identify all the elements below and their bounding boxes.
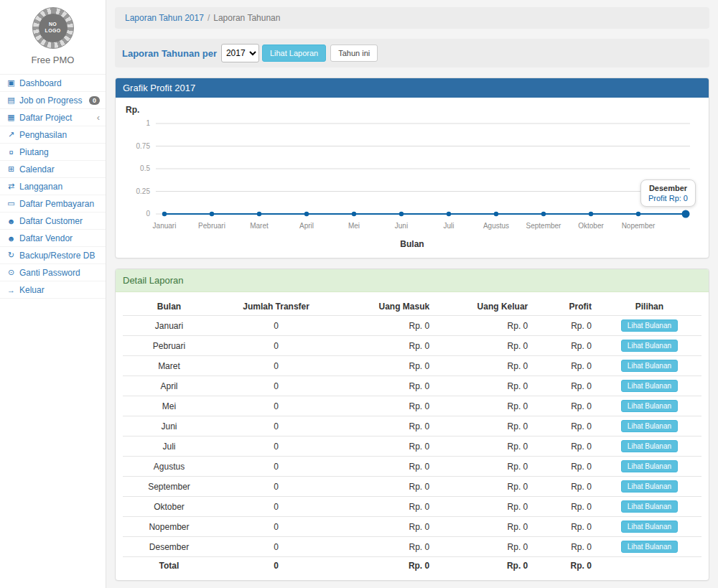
svg-text:Pebruari: Pebruari	[198, 222, 225, 230]
money-icon: ¤	[6, 148, 17, 157]
lihat-bulanan-button[interactable]: Lihat Bulanan	[621, 521, 678, 533]
detail-laporan-panel: Detail Laporan BulanJumlah TransferUang …	[115, 269, 709, 581]
svg-text:Nopember: Nopember	[622, 222, 656, 230]
sidebar-item-daftar-vendor[interactable]: ☻Daftar Vendor	[0, 230, 106, 247]
detail-table-body: Januari0Rp. 0Rp. 0Rp. 0Lihat BulananPebr…	[123, 316, 701, 557]
users-icon: ☻	[6, 217, 17, 225]
sidebar-item-daftar-pembayaran[interactable]: ▭Daftar Pembayaran	[0, 195, 106, 213]
sidebar-item-job-on-progress[interactable]: ▤Job on Progress0	[0, 92, 106, 109]
line-chart-canvas: 00.250.50.751JanuariPebruariMaretAprilMe…	[123, 115, 701, 237]
svg-text:Mei: Mei	[348, 222, 360, 230]
svg-text:September: September	[526, 222, 562, 230]
tasks-icon: ▤	[6, 95, 17, 105]
sidebar-item-daftar-project[interactable]: ▦Daftar Project‹	[0, 109, 106, 126]
line-chart-icon: ↗	[6, 130, 17, 139]
lock-icon: ⊙	[6, 268, 17, 277]
total-profit: Rp. 0	[533, 557, 597, 575]
year-select[interactable]: 2017	[221, 44, 259, 62]
count-badge: 0	[89, 96, 100, 105]
sidebar-item-label: Job on Progress	[19, 95, 82, 106]
lihat-bulanan-button[interactable]: Lihat Bulanan	[621, 480, 678, 493]
total-uang-keluar: Rp. 0	[435, 557, 533, 575]
tooltip-value: Profit Rp: 0	[648, 194, 688, 202]
total-uang-masuk: Rp. 0	[337, 557, 435, 575]
svg-text:Juli: Juli	[443, 222, 454, 230]
sidebar-item-daftar-customer[interactable]: ☻Daftar Customer	[0, 213, 106, 230]
sidebar-item-label: Langganan	[19, 182, 62, 192]
lihat-bulanan-button[interactable]: Lihat Bulanan	[621, 440, 678, 452]
table-icon: ▦	[6, 113, 17, 122]
chart-panel-title: Grafik Profit 2017	[116, 78, 709, 98]
sidebar-item-label: Calendar	[19, 164, 55, 174]
table-row: Pebruari0Rp. 0Rp. 0Rp. 0Lihat Bulanan	[123, 336, 701, 356]
exchange-icon: ⇄	[6, 182, 17, 191]
logo: NO LOGO	[0, 0, 106, 49]
sidebar: NO LOGO Free PMO ▣Dashboard▤Job on Progr…	[0, 0, 106, 588]
no-logo-stamp-icon: NO LOGO	[32, 7, 74, 49]
column-header: Pilihan	[597, 298, 701, 316]
table-row: Oktober0Rp. 0Rp. 0Rp. 0Lihat Bulanan	[123, 497, 701, 517]
table-row: Desember0Rp. 0Rp. 0Rp. 0Lihat Bulanan	[123, 537, 701, 557]
table-row: Januari0Rp. 0Rp. 0Rp. 0Lihat Bulanan	[123, 316, 701, 336]
sidebar-item-langganan[interactable]: ⇄Langganan	[0, 178, 106, 195]
breadcrumb-separator: /	[208, 13, 210, 23]
logo-text: NO LOGO	[45, 22, 62, 34]
sidebar-item-keluar[interactable]: →Keluar	[0, 281, 106, 299]
sidebar-item-penghasilan[interactable]: ↗Penghasilan	[0, 126, 106, 144]
column-header: Bulan	[123, 298, 215, 316]
lihat-bulanan-button[interactable]: Lihat Bulanan	[621, 500, 678, 513]
lihat-bulanan-button[interactable]: Lihat Bulanan	[621, 541, 678, 553]
detail-table: BulanJumlah TransferUang MasukUang Kelua…	[123, 298, 701, 574]
sidebar-item-label: Daftar Pembayaran	[19, 199, 94, 209]
sidebar-item-label: Piutang	[19, 147, 49, 157]
svg-text:0.75: 0.75	[136, 142, 151, 150]
column-header: Jumlah Transfer	[215, 298, 337, 316]
svg-text:1: 1	[146, 119, 150, 127]
lihat-bulanan-button[interactable]: Lihat Bulanan	[621, 360, 678, 372]
lihat-bulanan-button[interactable]: Lihat Bulanan	[621, 400, 678, 412]
table-row: Juni0Rp. 0Rp. 0Rp. 0Lihat Bulanan	[123, 416, 701, 437]
lihat-bulanan-button[interactable]: Lihat Bulanan	[621, 319, 678, 332]
sidebar-item-label: Dashboard	[19, 78, 62, 88]
sidebar-item-ganti-password[interactable]: ⊙Ganti Password	[0, 264, 106, 281]
sign-out-icon: →	[6, 286, 17, 294]
svg-text:Januari: Januari	[153, 222, 177, 230]
svg-text:Oktober: Oktober	[578, 222, 604, 230]
table-row: Juli0Rp. 0Rp. 0Rp. 0Lihat Bulanan	[123, 437, 701, 457]
svg-text:April: April	[299, 222, 314, 230]
filter-label: Laporan Tahunan per	[122, 48, 217, 59]
lihat-laporan-button[interactable]: Lihat Laporan	[262, 45, 326, 62]
brand-name: Free PMO	[0, 49, 106, 74]
table-row: Mei0Rp. 0Rp. 0Rp. 0Lihat Bulanan	[123, 396, 701, 416]
lihat-bulanan-button[interactable]: Lihat Bulanan	[621, 340, 678, 352]
lihat-bulanan-button[interactable]: Lihat Bulanan	[621, 460, 678, 472]
sidebar-item-label: Penghasilan	[19, 130, 67, 140]
total-row: Total 0 Rp. 0 Rp. 0 Rp. 0	[123, 557, 701, 575]
lihat-bulanan-button[interactable]: Lihat Bulanan	[621, 380, 678, 392]
sidebar-item-dashboard[interactable]: ▣Dashboard	[0, 75, 106, 92]
calendar-icon: ⊞	[6, 164, 17, 174]
profit-chart: Rp. 00.250.50.751JanuariPebruariMaretApr…	[116, 98, 709, 258]
breadcrumb: Laporan Tahun 2017/Laporan Tahunan	[115, 7, 709, 29]
column-header: Uang Masuk	[337, 298, 435, 316]
sidebar-menu: ▣Dashboard▤Job on Progress0▦Daftar Proje…	[0, 74, 106, 299]
table-row: Agustus0Rp. 0Rp. 0Rp. 0Lihat Bulanan	[123, 457, 701, 477]
lihat-bulanan-button[interactable]: Lihat Bulanan	[621, 420, 678, 432]
sidebar-item-piutang[interactable]: ¤Piutang	[0, 144, 106, 161]
breadcrumb-current: Laporan Tahunan	[213, 13, 280, 23]
x-axis-title: Bulan	[123, 239, 701, 249]
sidebar-item-label: Daftar Customer	[19, 216, 83, 226]
detail-panel-title: Detail Laporan	[116, 269, 709, 292]
svg-text:0: 0	[146, 210, 150, 218]
svg-text:0.25: 0.25	[136, 187, 151, 195]
sidebar-item-calendar[interactable]: ⊞Calendar	[0, 161, 106, 178]
tahun-ini-button[interactable]: Tahun ini	[330, 45, 378, 62]
sidebar-item-label: Ganti Password	[19, 268, 80, 278]
dashboard-icon: ▣	[6, 78, 17, 88]
svg-text:Maret: Maret	[250, 222, 269, 230]
report-filter-bar: Laporan Tahunan per 2017 Lihat Laporan T…	[115, 39, 709, 67]
chart-tooltip: Desember Profit Rp: 0	[640, 179, 696, 207]
sidebar-item-backup-restore-db[interactable]: ↻Backup/Restore DB	[0, 247, 106, 264]
breadcrumb-link[interactable]: Laporan Tahun 2017	[125, 13, 204, 23]
main-content: Laporan Tahun 2017/Laporan Tahunan Lapor…	[106, 0, 718, 588]
